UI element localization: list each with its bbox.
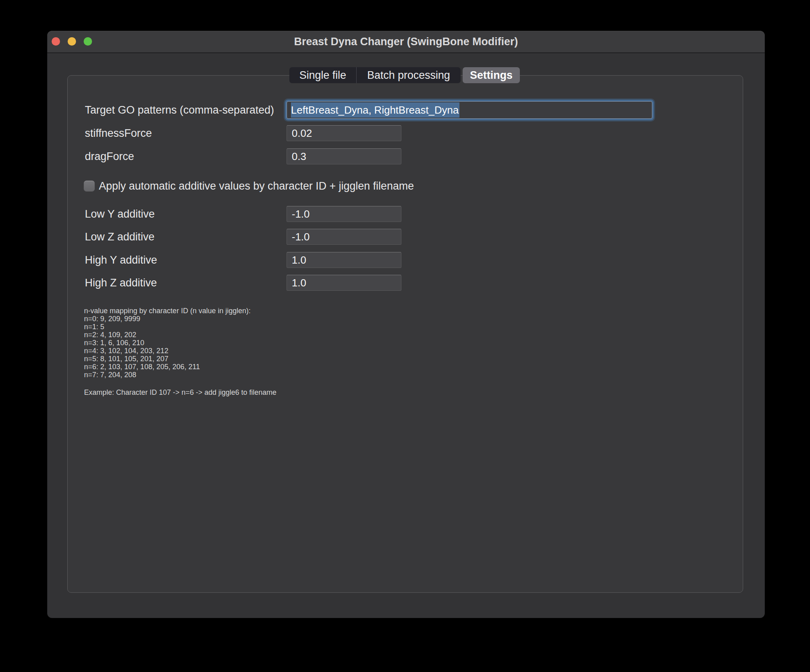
mapping-line: n=2: 4, 109, 202 bbox=[84, 331, 277, 339]
low-z-additive-input[interactable] bbox=[287, 229, 401, 245]
mapping-line: n=5: 8, 101, 105, 201, 207 bbox=[84, 355, 277, 363]
mapping-line: n=4: 3, 102, 104, 203, 212 bbox=[84, 347, 277, 355]
drag-force-label: dragForce bbox=[85, 148, 134, 164]
low-y-additive-label: Low Y additive bbox=[85, 206, 155, 222]
high-z-additive-label: High Z additive bbox=[85, 275, 157, 291]
mapping-line: n-value mapping by character ID (n value… bbox=[84, 307, 277, 315]
stiffness-force-input[interactable] bbox=[287, 125, 401, 141]
tab-bar: Single file Batch processing Settings bbox=[289, 67, 520, 83]
n-value-mapping-help: n-value mapping by character ID (n value… bbox=[84, 307, 277, 396]
auto-additive-checkbox[interactable] bbox=[84, 180, 95, 192]
auto-additive-label: Apply automatic additive values by chara… bbox=[99, 178, 414, 194]
drag-force-input[interactable] bbox=[287, 148, 401, 164]
tab-batch-processing[interactable]: Batch processing bbox=[357, 67, 461, 83]
mapping-line: n=0: 9, 209, 9999 bbox=[84, 315, 277, 323]
desktop-background: Breast Dyna Changer (SwingBone Modifier)… bbox=[0, 0, 810, 672]
mapping-line: n=7: 7, 204, 208 bbox=[84, 371, 277, 379]
mapping-line: n=3: 1, 6, 106, 210 bbox=[84, 339, 277, 347]
app-window: Breast Dyna Changer (SwingBone Modifier)… bbox=[47, 31, 765, 618]
mapping-line: n=6: 2, 103, 107, 108, 205, 206, 211 bbox=[84, 363, 277, 371]
high-y-additive-label: High Y additive bbox=[85, 252, 157, 268]
target-go-label: Target GO patterns (comma-separated) bbox=[85, 102, 274, 118]
mapping-example: Example: Character ID 107 -> n=6 -> add … bbox=[84, 388, 277, 396]
tab-group-unselected: Single file Batch processing bbox=[289, 67, 461, 83]
stiffness-force-label: stiffnessForce bbox=[85, 125, 152, 141]
target-go-input[interactable]: LeftBreast_Dyna, RightBreast_Dyna bbox=[287, 101, 652, 119]
mapping-line: n=1: 5 bbox=[84, 323, 277, 331]
high-y-additive-input[interactable] bbox=[287, 252, 401, 268]
tab-settings[interactable]: Settings bbox=[463, 67, 520, 83]
tab-single-file[interactable]: Single file bbox=[289, 67, 357, 83]
low-z-additive-label: Low Z additive bbox=[85, 229, 154, 245]
high-z-additive-input[interactable] bbox=[287, 275, 401, 291]
low-y-additive-input[interactable] bbox=[287, 206, 401, 222]
window-titlebar[interactable]: Breast Dyna Changer (SwingBone Modifier) bbox=[47, 31, 765, 53]
selected-text: LeftBreast_Dyna, RightBreast_Dyna bbox=[291, 102, 459, 118]
window-title: Breast Dyna Changer (SwingBone Modifier) bbox=[47, 31, 765, 52]
